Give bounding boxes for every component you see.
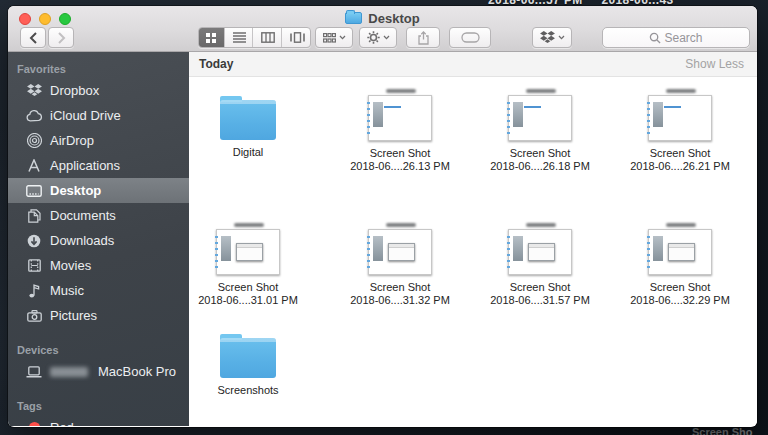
group-by-button[interactable] bbox=[315, 27, 353, 48]
show-less-button[interactable]: Show Less bbox=[685, 57, 744, 71]
sidebar-section-devices: Devices bbox=[8, 341, 189, 359]
sidebar-item-icloud-drive[interactable]: iCloud Drive bbox=[8, 103, 189, 128]
airdrop-icon bbox=[25, 133, 43, 148]
title-bar[interactable]: Desktop bbox=[8, 6, 757, 52]
sidebar-item-label: AirDrop bbox=[50, 133, 94, 148]
sidebar-item-downloads[interactable]: Downloads bbox=[8, 228, 189, 253]
group-header: Today Show Less bbox=[189, 52, 757, 77]
file-browser-content: Today Show Less Digital Screen Shot2018-… bbox=[189, 52, 757, 426]
tag-icon bbox=[461, 32, 480, 43]
screenshot-thumbnail-icon bbox=[508, 95, 572, 141]
folder-proxy-icon bbox=[345, 12, 362, 24]
documents-icon bbox=[25, 209, 43, 223]
file-item-screenshot[interactable]: Screen Shot2018-06....26.18 PM bbox=[475, 91, 605, 173]
sidebar-item-applications[interactable]: Applications bbox=[8, 153, 189, 178]
desktop-background: { "desktop": { "top_fragment": "2018-06.… bbox=[0, 0, 768, 435]
sidebar-item-label: MacBook Pro bbox=[98, 364, 176, 379]
file-item-screenshot[interactable]: Screen Shot2018-06....31.32 PM bbox=[335, 225, 465, 307]
search-field[interactable]: Search bbox=[602, 27, 750, 48]
view-mode-control bbox=[198, 27, 311, 48]
file-label: Screen Shot2018-06....26.18 PM bbox=[490, 147, 590, 173]
sidebar-item-movies[interactable]: Movies bbox=[8, 253, 189, 278]
file-label: Screen Shot2018-06....26.13 PM bbox=[350, 147, 450, 173]
group-by-icon bbox=[323, 33, 336, 43]
background-desktop-label-bottom: Screen Sho bbox=[692, 426, 753, 435]
screenshot-thumbnail-icon bbox=[216, 229, 280, 275]
group-title: Today bbox=[199, 57, 233, 71]
window-title-text: Desktop bbox=[368, 11, 419, 26]
file-label: Screenshots bbox=[217, 384, 278, 397]
sidebar-item-label: Dropbox bbox=[50, 83, 99, 98]
cloud-icon bbox=[25, 110, 43, 122]
folder-icon bbox=[220, 338, 276, 378]
file-label: Screen Shot2018-06....31.01 PM bbox=[198, 281, 298, 307]
sidebar-item-label: Movies bbox=[50, 258, 91, 273]
gallery-view-icon bbox=[290, 32, 305, 43]
share-button[interactable] bbox=[406, 27, 440, 48]
desktop-icon bbox=[25, 185, 43, 197]
column-view-icon bbox=[261, 32, 275, 43]
chevron-right-icon bbox=[57, 32, 66, 44]
file-item-screenshot[interactable]: Screen Shot2018-06....31.57 PM bbox=[475, 225, 605, 307]
file-item-screenshot[interactable]: Screen Shot2018-06....26.13 PM bbox=[335, 91, 465, 173]
icon-view-icon bbox=[205, 32, 217, 44]
laptop-icon bbox=[25, 366, 43, 378]
gallery-view-button[interactable] bbox=[285, 28, 310, 47]
chevron-left-icon bbox=[29, 32, 38, 44]
file-item-screenshots-folder[interactable]: Screenshots bbox=[183, 329, 313, 397]
sidebar-item-tag-red[interactable]: Red bbox=[8, 415, 189, 426]
downloads-icon bbox=[25, 234, 43, 248]
sidebar-section-favorites: Favorites bbox=[8, 60, 189, 78]
sidebar-item-label: Desktop bbox=[50, 183, 101, 198]
sidebar-item-music[interactable]: Music bbox=[8, 278, 189, 303]
screenshot-thumbnail-icon bbox=[368, 229, 432, 275]
finder-window: Desktop bbox=[8, 6, 757, 427]
window-title: Desktop bbox=[8, 10, 757, 26]
sidebar-item-macbook-pro[interactable]: MacBook Pro bbox=[8, 359, 189, 384]
file-label: Screen Shot2018-06....32.29 PM bbox=[630, 281, 730, 307]
file-label: Screen Shot2018-06....31.32 PM bbox=[350, 281, 450, 307]
sidebar-item-label: Documents bbox=[50, 208, 116, 223]
sidebar-item-pictures[interactable]: Pictures bbox=[8, 303, 189, 328]
sidebar-item-airdrop[interactable]: AirDrop bbox=[8, 128, 189, 153]
column-view-button[interactable] bbox=[256, 28, 282, 47]
search-placeholder: Search bbox=[664, 31, 702, 45]
sidebar: Favorites Dropbox iCloud Drive AirDrop A… bbox=[8, 52, 189, 426]
dropbox-menu-button[interactable] bbox=[532, 27, 572, 48]
folder-icon bbox=[220, 100, 276, 140]
file-item-screenshot[interactable]: Screen Shot2018-06....32.29 PM bbox=[615, 225, 745, 307]
chevron-down-icon bbox=[383, 35, 390, 40]
screenshot-thumbnail-icon bbox=[648, 95, 712, 141]
file-item-screenshot[interactable]: Screen Shot2018-06....31.01 PM bbox=[183, 225, 313, 307]
file-label: Digital bbox=[233, 146, 264, 159]
icon-view-button[interactable] bbox=[199, 28, 225, 47]
file-item-screenshot[interactable]: Screen Shot2018-06....26.21 PM bbox=[615, 91, 745, 173]
chevron-down-icon bbox=[558, 35, 565, 40]
sidebar-item-documents[interactable]: Documents bbox=[8, 203, 189, 228]
search-icon bbox=[649, 32, 661, 44]
icon-grid[interactable]: Digital Screen Shot2018-06....26.13 PM S… bbox=[189, 77, 757, 426]
sidebar-item-desktop[interactable]: Desktop bbox=[8, 178, 189, 203]
file-label: Screen Shot2018-06....26.21 PM bbox=[630, 147, 730, 173]
sidebar-section-tags: Tags bbox=[8, 397, 189, 415]
redacted-device-name bbox=[50, 367, 88, 377]
gear-icon bbox=[367, 31, 380, 44]
sidebar-item-label: Music bbox=[50, 283, 84, 298]
back-button[interactable] bbox=[20, 27, 46, 48]
toolbar: Search bbox=[8, 27, 757, 49]
file-item-digital[interactable]: Digital bbox=[183, 91, 313, 159]
sidebar-item-label: Downloads bbox=[50, 233, 114, 248]
dropbox-icon bbox=[25, 84, 43, 97]
screenshot-thumbnail-icon bbox=[508, 229, 572, 275]
list-view-button[interactable] bbox=[228, 28, 254, 47]
actions-button[interactable] bbox=[359, 27, 397, 48]
sidebar-item-dropbox[interactable]: Dropbox bbox=[8, 78, 189, 103]
sidebar-item-label: iCloud Drive bbox=[50, 108, 121, 123]
pictures-icon bbox=[25, 310, 43, 322]
red-tag-icon bbox=[25, 422, 43, 426]
tag-button[interactable] bbox=[449, 27, 491, 48]
chevron-down-icon bbox=[339, 35, 346, 40]
file-label: Screen Shot2018-06....31.57 PM bbox=[490, 281, 590, 307]
forward-button[interactable] bbox=[48, 27, 74, 48]
sidebar-item-label: Pictures bbox=[50, 308, 97, 323]
